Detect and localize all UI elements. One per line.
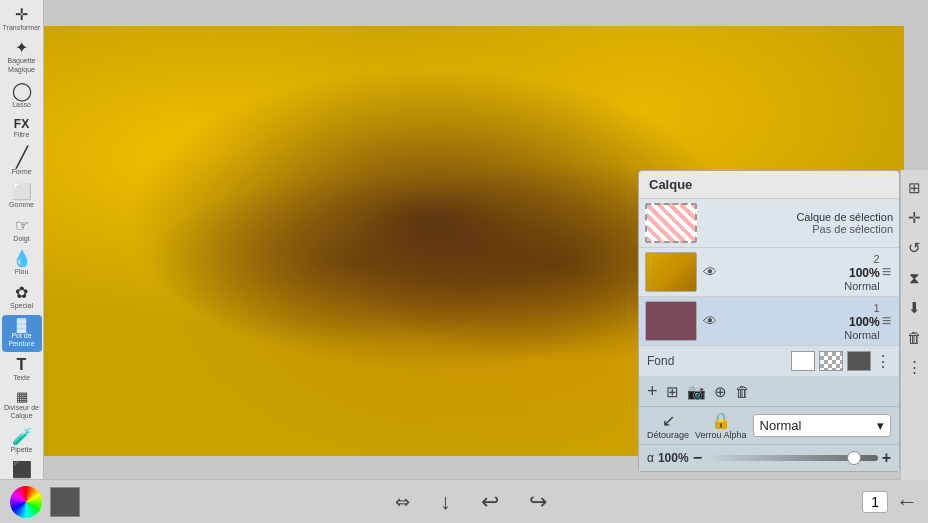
- layer-menu-dots-2[interactable]: ≡: [880, 263, 893, 281]
- tool-baguette[interactable]: ✦ Baguette Magique: [2, 37, 42, 77]
- add-layer-button[interactable]: +: [647, 381, 658, 402]
- tool-label-gomme: Gomme: [9, 201, 34, 209]
- color-wheel[interactable]: [10, 486, 42, 518]
- bottom-right-area: 1 ←: [862, 489, 918, 515]
- tool-doigt[interactable]: ☞ Doigt: [2, 215, 42, 246]
- alpha-row: α 100% − +: [639, 445, 899, 471]
- toile-icon: ⬛: [12, 462, 32, 478]
- tool-label-special: Special: [10, 302, 33, 310]
- divider-icon: ▦: [16, 390, 28, 403]
- layer-info-1: 1 100% Normal: [721, 302, 880, 341]
- delete-layer-button[interactable]: 🗑: [735, 383, 750, 400]
- left-toolbar: ✛ Transformer ✦ Baguette Magique ◯ Lasso…: [0, 0, 44, 480]
- alpha-minus-button[interactable]: −: [693, 449, 702, 467]
- layer-thumb-1: [645, 301, 697, 341]
- tool-filtre[interactable]: FX Filtre: [2, 115, 42, 142]
- tool-pipette[interactable]: 🧪 Pipette: [2, 426, 42, 457]
- undo-icon[interactable]: ↩: [481, 489, 499, 515]
- back-icon[interactable]: ←: [896, 489, 918, 515]
- forme-icon: ╱: [16, 147, 28, 167]
- page-indicator: 1: [862, 491, 888, 513]
- tool-flou[interactable]: 💧 Flou: [2, 248, 42, 279]
- redo-icon[interactable]: ↪: [529, 489, 547, 515]
- fond-swatch-checker[interactable]: [819, 351, 843, 371]
- strip-icon-move[interactable]: ✛: [905, 206, 924, 230]
- layer-opacity-2: 100%: [849, 266, 880, 280]
- tool-label-doigt: Doigt: [13, 235, 29, 243]
- fond-menu-button[interactable]: ⋮: [875, 352, 891, 371]
- layer-thumb-2: [645, 252, 697, 292]
- layer-opacity-1: 100%: [849, 315, 880, 329]
- layer-info-2: 2 100% Normal: [721, 253, 880, 292]
- strip-icon-hourglass[interactable]: ⧗: [906, 266, 923, 290]
- add-mask-button[interactable]: ⊕: [714, 383, 727, 401]
- transformer-icon: ✛: [15, 7, 28, 23]
- special-icon: ✿: [15, 285, 28, 301]
- tool-label-filtre: Filtre: [14, 131, 30, 139]
- detourage-label: Détourage: [647, 430, 689, 440]
- gomme-icon: ⬜: [12, 184, 32, 200]
- layer-menu-dots-1[interactable]: ≡: [880, 312, 893, 330]
- lasso-icon: ◯: [12, 82, 32, 100]
- tool-label-lasso: Lasso: [12, 101, 31, 109]
- texte-icon: T: [17, 357, 27, 373]
- transform-tool-icon[interactable]: ⇔: [395, 491, 410, 513]
- add-group-button[interactable]: ⊞: [666, 383, 679, 401]
- right-strip: ⊞ ✛ ↺ ⧗ ⬇ 🗑 ⋮: [900, 170, 928, 480]
- layer-row-selection[interactable]: Calque de sélection Pas de sélection: [639, 199, 899, 248]
- tool-label-flou: Flou: [15, 268, 29, 276]
- doigt-icon: ☞: [15, 218, 29, 234]
- alpha-plus-button[interactable]: +: [882, 449, 891, 467]
- fond-swatch-dark[interactable]: [847, 351, 871, 371]
- no-selection-label: Pas de sélection: [703, 223, 893, 235]
- tool-divider[interactable]: ▦ Diviseur de Calque: [2, 387, 42, 424]
- tool-label-baguette: Baguette Magique: [2, 57, 42, 74]
- add-photo-button[interactable]: 📷: [687, 383, 706, 401]
- layer-panel-title: Calque: [649, 177, 692, 192]
- layer-add-bar: + ⊞ 📷 ⊕ 🗑: [639, 377, 899, 407]
- alpha-value: 100%: [658, 451, 689, 465]
- baguette-icon: ✦: [15, 40, 28, 56]
- blend-mode-value: Normal: [760, 418, 802, 433]
- detourage-button[interactable]: ↙ Détourage: [647, 411, 689, 440]
- tool-label-forme: Forme: [11, 168, 31, 176]
- flou-icon: 💧: [12, 251, 32, 267]
- layer-row-1[interactable]: 👁 1 100% Normal ≡: [639, 297, 899, 346]
- tool-texte[interactable]: T Texte: [2, 354, 42, 385]
- strip-icon-grid[interactable]: ⊞: [905, 176, 924, 200]
- layer-blend-1: Normal: [844, 329, 879, 341]
- color-swatch[interactable]: [50, 487, 80, 517]
- layer-blend-2: Normal: [844, 280, 879, 292]
- bottom-download-icon[interactable]: ↓: [440, 489, 451, 515]
- strip-icon-delete[interactable]: 🗑: [904, 326, 925, 349]
- layer-blend-bar: ↙ Détourage 🔒 Verrou Alpha Normal ▾: [639, 407, 899, 445]
- tool-lasso[interactable]: ◯ Lasso: [2, 79, 42, 112]
- chevron-down-icon: ▾: [877, 418, 884, 433]
- detourage-icon: ↙: [662, 411, 675, 430]
- fond-label: Fond: [647, 354, 787, 368]
- tool-gomme[interactable]: ⬜ Gomme: [2, 181, 42, 212]
- fond-swatch-white[interactable]: [791, 351, 815, 371]
- strip-icon-reset[interactable]: ↺: [905, 236, 924, 260]
- tool-label-texte: Texte: [13, 374, 30, 382]
- filtre-icon: FX: [14, 118, 29, 130]
- selection-label: Calque de sélection: [703, 211, 893, 223]
- strip-icon-download[interactable]: ⬇: [905, 296, 924, 320]
- tool-pinceau[interactable]: ▓ Pot de Peinture: [2, 315, 42, 352]
- layer-row-2[interactable]: 👁 2 100% Normal ≡: [639, 248, 899, 297]
- visibility-icon-2[interactable]: 👁: [703, 264, 717, 280]
- layer-panel-header: Calque: [639, 171, 899, 199]
- verrou-alpha-button[interactable]: 🔒 Verrou Alpha: [695, 411, 747, 440]
- tool-forme[interactable]: ╱ Forme: [2, 144, 42, 179]
- bottom-toolbar: ⇔ ↓ ↩ ↪ 1 ←: [0, 479, 928, 523]
- tool-transformer[interactable]: ✛ Transformer: [2, 4, 42, 35]
- strip-icon-menu[interactable]: ⋮: [904, 355, 925, 379]
- alpha-slider[interactable]: [706, 455, 878, 461]
- visibility-icon-1[interactable]: 👁: [703, 313, 717, 329]
- lock-icon: 🔒: [711, 411, 731, 430]
- tool-label-transformer: Transformer: [3, 24, 41, 32]
- blend-mode-dropdown[interactable]: Normal ▾: [753, 414, 891, 437]
- tool-special[interactable]: ✿ Special: [2, 282, 42, 313]
- fond-row: Fond ⋮: [639, 346, 899, 377]
- pipette-icon: 🧪: [12, 429, 32, 445]
